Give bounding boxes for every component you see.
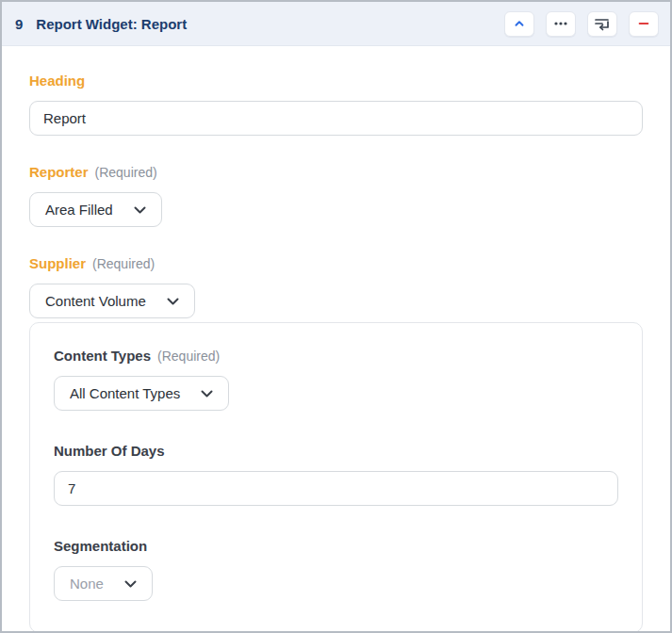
chevron-down-icon [124, 576, 137, 592]
heading-field-group: Heading [29, 73, 643, 136]
content-types-required-note: (Required) [157, 349, 220, 364]
content-types-select-value: All Content Types [70, 385, 180, 401]
widget-body: Heading Reporter (Required) Area Filled [2, 46, 670, 633]
chevron-up-icon [513, 17, 526, 30]
reporter-label: Reporter (Required) [29, 164, 643, 180]
number-of-days-label: Number Of Days [54, 443, 618, 459]
widget-header: 9 Report Widget: Report [2, 2, 670, 46]
segmentation-field-group: Segmentation None [54, 538, 618, 601]
segmentation-select[interactable]: None [54, 566, 153, 601]
content-types-label: Content Types (Required) [54, 348, 618, 364]
number-of-days-field-group: Number Of Days [54, 443, 618, 506]
ellipsis-icon [553, 17, 568, 30]
remove-widget-button[interactable] [629, 11, 659, 37]
heading-label: Heading [29, 73, 643, 89]
supplier-select[interactable]: Content Volume [29, 284, 195, 318]
report-widget-panel: 9 Report Widget: Report [0, 0, 672, 633]
minus-icon [637, 17, 650, 30]
header-actions [504, 11, 659, 37]
supplier-field-group: Supplier (Required) Content Volume Conte… [29, 255, 643, 633]
segmentation-label: Segmentation [54, 538, 618, 554]
heading-input[interactable] [29, 101, 643, 136]
supplier-required-note: (Required) [92, 256, 155, 271]
chevron-down-icon [201, 385, 213, 401]
reporter-field-group: Reporter (Required) Area Filled [29, 164, 643, 227]
chevron-down-icon [134, 202, 146, 218]
widget-index: 9 [15, 16, 23, 32]
number-of-days-input[interactable] [54, 471, 618, 506]
move-to-list-icon [594, 16, 611, 31]
content-types-select[interactable]: All Content Types [54, 376, 229, 411]
collapse-button[interactable] [504, 11, 534, 37]
chevron-down-icon [167, 293, 179, 309]
reporter-select-value: Area Filled [45, 202, 113, 218]
supplier-settings-panel: Content Types (Required) All Content Typ… [29, 322, 643, 633]
reporter-required-note: (Required) [95, 165, 157, 180]
more-options-button[interactable] [546, 11, 576, 37]
reporter-select[interactable]: Area Filled [29, 192, 162, 227]
move-widget-button[interactable] [587, 11, 617, 37]
segmentation-select-value: None [70, 576, 104, 592]
widget-title: Report Widget: Report [36, 16, 187, 32]
content-types-field-group: Content Types (Required) All Content Typ… [54, 348, 618, 411]
supplier-select-value: Content Volume [45, 293, 146, 309]
supplier-label: Supplier (Required) [29, 255, 643, 271]
